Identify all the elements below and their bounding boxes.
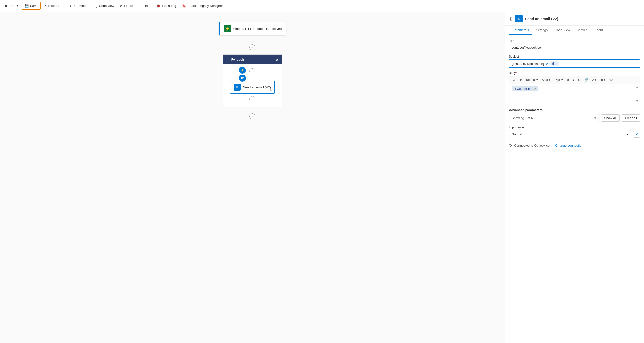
foreach-label: For each <box>231 58 244 61</box>
link-button[interactable]: 🔗 <box>583 78 590 82</box>
advanced-params-dropdown[interactable]: Showing 1 of 6 ▾ <box>509 114 599 122</box>
add-button-1[interactable]: + <box>250 44 256 50</box>
subject-text: [Test ARN Notification] <box>512 62 544 66</box>
body-editor: ↺ ↻ Normal ▾ Arial ▾ 15px ▾ <box>509 76 640 104</box>
legacy-designer-button[interactable]: 🔖 Enable Legacy Designer <box>180 3 225 9</box>
foreach-container: ⊡ For each ∧ + ✉ Send an email (V2) ⛓ + <box>222 54 282 107</box>
info-button[interactable]: ℹ Info <box>140 3 153 9</box>
panel-body: To * Subject * [Test ARN Notification] ⊙… <box>505 35 644 343</box>
foreach-header[interactable]: ⊡ For each ∧ <box>223 55 282 64</box>
advanced-params-section: Advanced parameters Showing 1 of 6 ▾ Sho… <box>509 108 640 122</box>
file-bug-button[interactable]: 🐞 File a bug <box>154 3 178 9</box>
size-dropdown[interactable]: 15px ▾ <box>553 78 564 82</box>
highlight-dropdown[interactable]: ◼▾ <box>599 78 607 82</box>
tab-parameters[interactable]: Parameters <box>509 26 532 35</box>
trigger-node-icon: ⚡ <box>224 25 231 32</box>
body-field-group: Body * ↺ ↻ Normal ▾ Arial ▾ <box>509 71 640 104</box>
connector-1 <box>252 35 252 43</box>
add-button-bottom[interactable]: + <box>250 113 256 119</box>
code-view-icon: {} <box>95 4 98 8</box>
bug-icon: 🐞 <box>156 4 160 8</box>
link-icon: ⛓ <box>270 89 272 92</box>
to-field-group: To * <box>509 39 640 51</box>
toolbar: ▶ Run ▾ 💾 Save ✕ Discard ⊙ Parameters {}… <box>0 0 644 12</box>
code-button[interactable]: <> <box>608 78 614 82</box>
bold-button[interactable]: B <box>565 78 570 82</box>
body-current-item-chip: ⊡ Current item ✕ <box>512 86 538 91</box>
size-chevron-icon: ▾ <box>561 78 563 82</box>
subject-chip-icon: ⊙ <box>546 62 548 65</box>
main-area: ⚡ When a HTTP request is received + ⊡ Fo… <box>0 12 644 343</box>
body-chip-close-icon[interactable]: ✕ <box>534 87 536 91</box>
italic-button[interactable]: I <box>572 78 576 82</box>
font-chevron-icon: ▾ <box>549 78 550 82</box>
style-dropdown[interactable]: Normal ▾ <box>524 78 540 82</box>
right-panel: ❮ ✉ Send an email (V2) ⋮ Parameters Sett… <box>504 12 644 343</box>
panel-collapse-btn[interactable]: ❮ <box>509 16 512 22</box>
underline-button[interactable]: U <box>576 78 582 82</box>
font-color-chevron-icon: ▾ <box>595 78 596 82</box>
subject-required-marker: * <box>519 55 520 58</box>
importance-clear-button[interactable]: ✕ <box>633 131 640 138</box>
divider-2 <box>138 3 138 9</box>
body-content[interactable]: ⊡ Current item ✕ ▲ ▼ <box>509 84 640 104</box>
trigger-node-box[interactable]: ⚡ When a HTTP request is received <box>219 22 286 35</box>
errors-button[interactable]: ⊗ Errors <box>118 3 136 9</box>
expression-button[interactable]: ⚡ <box>239 67 246 74</box>
canvas-content: ⚡ When a HTTP request is received + ⊡ Fo… <box>178 12 327 131</box>
show-all-button[interactable]: Show all <box>601 114 620 122</box>
subject-field-group: Subject * [Test ARN Notification] ⊙ id ✕ <box>509 55 640 68</box>
font-dropdown[interactable]: Arial ▾ <box>540 78 552 82</box>
tab-about[interactable]: About <box>591 26 606 35</box>
importance-chevron-icon: ▾ <box>626 132 628 136</box>
discard-button[interactable]: ✕ Discard <box>42 3 62 9</box>
run-icon: ▶ <box>6 4 8 8</box>
tab-settings[interactable]: Settings <box>532 26 551 35</box>
subject-label: Subject * <box>509 55 640 58</box>
foreach-collapse-icon[interactable]: ∧ <box>276 57 278 62</box>
run-button[interactable]: ▶ Run ▾ <box>3 3 21 9</box>
importance-label: Importance <box>509 126 640 129</box>
foreach-icon: ⊡ <box>226 58 229 62</box>
panel-icon: ✉ <box>515 15 522 23</box>
parameters-button[interactable]: ⊙ Parameters <box>66 3 92 9</box>
connector-2 <box>252 52 252 54</box>
scroll-down-icon[interactable]: ▼ <box>635 99 639 103</box>
clear-all-button[interactable]: Clear all <box>622 114 640 122</box>
foreach-header-left: ⊡ For each <box>226 58 244 62</box>
body-toolbar: ↺ ↻ Normal ▾ Arial ▾ 15px ▾ <box>509 76 640 84</box>
code-view-button[interactable]: {} Code view <box>93 3 116 9</box>
function-button[interactable]: fx <box>239 75 246 82</box>
panel-tabs: Parameters Settings Code View Testing Ab… <box>505 26 644 35</box>
action-node-box[interactable]: ✉ Send an email (V2) ⛓ <box>230 81 275 94</box>
errors-icon: ⊗ <box>120 4 123 8</box>
advanced-params-label: Advanced parameters <box>509 108 640 112</box>
to-label: To * <box>509 39 640 43</box>
font-color-dropdown[interactable]: A▾ <box>591 78 598 82</box>
connection-icon: ⟳ <box>509 143 512 148</box>
importance-row: Normal ▾ ✕ <box>509 130 640 138</box>
trigger-flow-node: ⚡ When a HTTP request is received <box>219 22 286 35</box>
redo-button[interactable]: ↻ <box>518 78 524 82</box>
chip-close-icon[interactable]: ✕ <box>555 62 557 65</box>
highlight-chevron-icon: ▾ <box>604 78 605 82</box>
tab-testing[interactable]: Testing <box>574 26 591 35</box>
subject-input[interactable]: [Test ARN Notification] ⊙ id ✕ <box>509 59 640 68</box>
canvas[interactable]: ⚡ When a HTTP request is received + ⊡ Fo… <box>0 12 504 343</box>
importance-section: Importance Normal ▾ ✕ <box>509 126 640 138</box>
importance-select[interactable]: Normal ▾ <box>509 130 631 138</box>
change-connection-link[interactable]: Change connection <box>556 144 583 147</box>
save-button[interactable]: 💾 Save <box>22 2 40 10</box>
add-button-inside-top[interactable]: + <box>250 68 256 74</box>
advanced-params-row: Showing 1 of 6 ▾ Show all Clear all <box>509 114 640 122</box>
scroll-up-icon[interactable]: ▲ <box>635 85 639 89</box>
add-button-inside-bottom[interactable]: + <box>250 96 256 102</box>
tab-code-view[interactable]: Code View <box>551 26 574 35</box>
legacy-icon: 🔖 <box>182 4 186 8</box>
panel-more-icon[interactable]: ⋮ <box>636 16 640 22</box>
undo-button[interactable]: ↺ <box>511 78 517 82</box>
action-node-label: Send an email (V2) <box>243 86 271 89</box>
divider-1 <box>64 3 64 9</box>
panel-header: ❮ ✉ Send an email (V2) ⋮ <box>505 12 644 26</box>
to-input[interactable] <box>509 44 640 51</box>
